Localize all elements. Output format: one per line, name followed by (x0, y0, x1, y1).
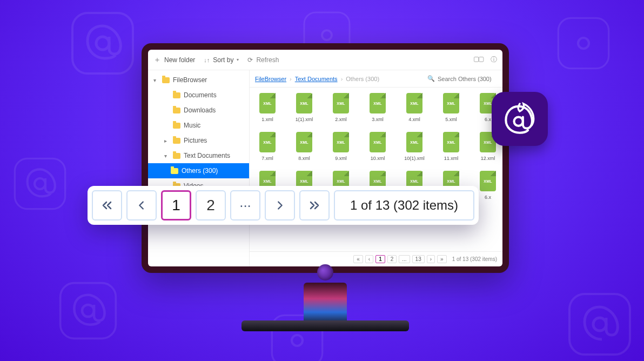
file-name: 6.x (485, 117, 491, 122)
chevron-down-icon: ▾ (237, 57, 239, 62)
plus-icon: ＋ (153, 55, 161, 65)
crumb-text-documents[interactable]: Text Documents (295, 76, 338, 82)
xml-file-icon: XML (259, 132, 276, 152)
search-input[interactable] (438, 76, 497, 82)
pager-prev-button[interactable] (126, 190, 157, 220)
file-item[interactable]: XML8.xml (294, 132, 314, 161)
pager-last-button[interactable]: » (437, 255, 447, 263)
tree-label: Documents (184, 91, 217, 99)
svg-rect-4 (61, 283, 116, 339)
footer-pagination: « ‹ 1 2 ... 13 › » 1 of 13 (302 items) (250, 251, 502, 266)
monitor-stand (304, 283, 347, 325)
file-name: 10.xml (371, 156, 385, 161)
monitor-foot (242, 320, 409, 331)
file-item[interactable]: XML1(1).xml (294, 93, 314, 122)
sort-by-button[interactable]: ↓↑ Sort by ▾ (204, 56, 239, 64)
pager-next-button[interactable] (265, 190, 295, 220)
tree-label: FileBrowser (173, 76, 207, 84)
pager-status: 1 of 13 (302 items) (334, 190, 474, 220)
pager-status: 1 of 13 (302 items) (452, 256, 497, 262)
xml-file-icon: XML (443, 93, 459, 113)
sidebar: ▾ FileBrowser Documents Downloads Music … (148, 70, 250, 266)
svg-rect-2 (15, 158, 65, 209)
folder-icon (173, 138, 180, 144)
pager-first-button[interactable] (92, 190, 122, 220)
xml-file-icon: XML (333, 132, 349, 152)
at-flame-icon (501, 100, 539, 138)
xml-file-icon: XML (259, 93, 276, 113)
sort-by-label: Sort by (213, 56, 233, 64)
xml-file-icon: XML (296, 132, 312, 152)
tree-label: Pictures (184, 137, 207, 144)
file-name: 10(1).xml (404, 156, 425, 161)
file-item[interactable]: XML2.xml (331, 93, 351, 122)
view-grid-icon[interactable]: ▢▢ (473, 55, 483, 64)
file-item[interactable]: XML11.xml (441, 132, 461, 161)
tree-label: Downloads (184, 106, 216, 114)
pager-prev-button[interactable]: ‹ (365, 255, 373, 263)
refresh-button[interactable]: ⟳ Refresh (247, 56, 279, 64)
tree-label: Text Documents (184, 152, 230, 159)
pagination-zoom-card: 1 2 ··· 1 of 13 (302 items) (88, 186, 479, 225)
xml-file-icon: XML (480, 171, 496, 191)
pager-page-button[interactable]: 1 (375, 255, 385, 263)
monitor-frame: ＋ New folder ↓↑ Sort by ▾ ⟳ Refresh ▢▢ ⓘ (142, 43, 509, 273)
svg-point-9 (292, 335, 303, 346)
chevron-right-icon: › (290, 76, 292, 82)
monitor-power-indicator (317, 264, 333, 280)
app-window: ＋ New folder ↓↑ Sort by ▾ ⟳ Refresh ▢▢ ⓘ (148, 50, 502, 266)
pager-ellipsis: ... (399, 255, 410, 263)
file-item[interactable]: XML5.xml (441, 93, 461, 122)
tree-item-downloads[interactable]: Downloads (148, 103, 249, 118)
svg-rect-0 (72, 13, 133, 73)
crumb-current: Others (300) (346, 76, 379, 82)
file-item[interactable]: XML3.xml (367, 93, 388, 122)
file-item[interactable]: XML7.xml (257, 132, 278, 161)
tree-item-others[interactable]: Others (300) (148, 163, 249, 178)
tree-label: Others (300) (182, 167, 218, 175)
xml-file-icon: XML (333, 93, 349, 113)
file-item[interactable]: XML6.x (478, 171, 498, 200)
svg-rect-10 (558, 18, 608, 68)
search-box[interactable]: 🔍 (427, 75, 497, 82)
folder-icon (173, 123, 180, 129)
chevron-right-icon: › (341, 76, 343, 82)
file-name: 1(1).xml (296, 117, 313, 122)
chevron-right-icon: ▸ (164, 138, 170, 144)
svg-rect-12 (569, 294, 630, 355)
folder-icon (171, 168, 178, 174)
pager-next-button[interactable]: › (427, 255, 435, 263)
info-icon[interactable]: ⓘ (491, 55, 497, 64)
pager-ellipsis: ··· (230, 190, 260, 220)
tree-item-music[interactable]: Music (148, 118, 249, 133)
breadcrumb: FileBrowser › Text Documents › Others (3… (250, 70, 502, 88)
pager-page-button[interactable]: 13 (412, 255, 425, 263)
pager-last-button[interactable] (299, 190, 330, 220)
file-item[interactable]: XML10.xml (367, 132, 388, 161)
double-chevron-right-icon (308, 199, 321, 212)
app-logo-badge (492, 92, 548, 146)
tree-item-documents[interactable]: Documents (148, 88, 249, 103)
new-folder-button[interactable]: ＋ New folder (153, 55, 195, 65)
tree-root[interactable]: ▾ FileBrowser (148, 72, 249, 88)
tree-item-text-documents[interactable]: ▾Text Documents (148, 148, 249, 163)
pager-page-button[interactable]: 2 (387, 255, 397, 263)
tree-item-pictures[interactable]: ▸Pictures (148, 133, 249, 148)
crumb-filebrowser[interactable]: FileBrowser (255, 76, 286, 82)
svg-point-13 (593, 318, 606, 331)
refresh-icon: ⟳ (247, 56, 253, 64)
file-item[interactable]: XML4.xml (404, 93, 425, 122)
file-item[interactable]: XML9.xml (331, 132, 351, 161)
svg-point-5 (82, 305, 94, 317)
file-item[interactable]: XML1.xml (257, 93, 278, 122)
pager-page-1-button[interactable]: 1 (161, 190, 191, 220)
svg-point-14 (514, 117, 523, 126)
chevron-right-icon (274, 199, 286, 211)
pager-first-button[interactable]: « (353, 255, 363, 263)
file-item[interactable]: XML10(1).xml (404, 132, 425, 161)
main-pane: FileBrowser › Text Documents › Others (3… (250, 70, 502, 266)
double-chevron-left-icon (100, 199, 113, 212)
xml-file-icon: XML (296, 93, 312, 113)
xml-file-icon: XML (443, 132, 459, 152)
pager-page-2-button[interactable]: 2 (196, 190, 226, 220)
